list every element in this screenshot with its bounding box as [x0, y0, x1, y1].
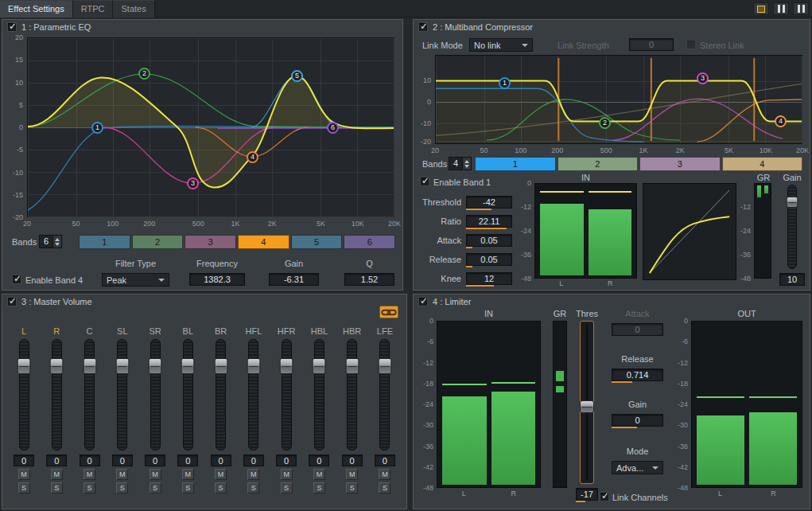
makeup-gain-slider[interactable]	[787, 185, 797, 269]
volume-slider[interactable]	[248, 339, 258, 451]
band-marker-1[interactable]: 1	[499, 77, 511, 89]
band-marker-6[interactable]: 6	[327, 122, 339, 134]
solo-button[interactable]: S	[247, 482, 259, 493]
band-marker-2[interactable]: 2	[138, 68, 150, 80]
slider-handle[interactable]	[378, 358, 391, 374]
band-marker-3[interactable]: 3	[697, 72, 709, 84]
spinner-up-icon[interactable]	[55, 238, 60, 241]
param-field-release[interactable]: 0.05	[466, 253, 512, 266]
slider-handle[interactable]	[787, 197, 798, 208]
window-icon-button[interactable]	[753, 2, 769, 15]
band-button-1[interactable]: 1	[475, 157, 556, 171]
band-marker-5[interactable]: 5	[291, 70, 303, 82]
volume-slider[interactable]	[216, 339, 226, 451]
mute-button[interactable]: M	[182, 469, 194, 480]
link-channels-button[interactable]	[379, 306, 398, 318]
volume-slider[interactable]	[52, 339, 62, 451]
band-marker-4[interactable]: 4	[775, 115, 787, 127]
mute-button[interactable]: M	[51, 469, 63, 480]
slider-handle[interactable]	[247, 358, 260, 374]
slider-handle[interactable]	[313, 358, 326, 374]
attack-field[interactable]: 0	[612, 323, 663, 336]
channel-value-field[interactable]: 0	[177, 454, 198, 466]
compression-transfer-graph[interactable]	[643, 183, 736, 280]
mute-button[interactable]: M	[84, 469, 95, 480]
slider-handle[interactable]	[580, 400, 594, 413]
volume-slider[interactable]	[19, 339, 29, 451]
effect-enable-checkbox[interactable]	[418, 22, 428, 32]
band-button-4[interactable]: 4	[722, 157, 803, 171]
channel-value-field[interactable]: 0	[243, 454, 264, 466]
solo-button[interactable]: S	[346, 482, 358, 493]
threshold-slider[interactable]	[580, 321, 594, 484]
channel-value-field[interactable]: 0	[342, 454, 363, 466]
tab-states[interactable]: States	[113, 0, 154, 18]
q-field[interactable]: 1.52	[344, 273, 394, 286]
slider-handle[interactable]	[149, 358, 162, 374]
band-button-3[interactable]: 3	[185, 235, 236, 249]
mute-button[interactable]: M	[116, 469, 128, 480]
slider-handle[interactable]	[115, 358, 129, 374]
volume-slider[interactable]	[282, 339, 292, 451]
solo-button[interactable]: S	[281, 482, 293, 493]
channel-value-field[interactable]: 0	[112, 454, 133, 466]
param-field-attack[interactable]: 0.05	[466, 234, 512, 247]
channel-value-field[interactable]: 0	[309, 454, 329, 466]
spinner-arrows[interactable]	[462, 158, 471, 170]
mode-dropdown[interactable]: Adva...	[612, 461, 663, 474]
solo-button[interactable]: S	[182, 482, 194, 493]
band-button-1[interactable]: 1	[79, 235, 130, 249]
mute-button[interactable]: M	[313, 469, 325, 480]
volume-slider[interactable]	[183, 339, 193, 451]
mute-button[interactable]: M	[247, 469, 259, 480]
band-button-2[interactable]: 2	[558, 157, 639, 171]
slider-handle[interactable]	[50, 358, 64, 374]
spinner-up-icon[interactable]	[464, 160, 469, 163]
slider-handle[interactable]	[17, 358, 31, 374]
mute-button[interactable]: M	[379, 469, 390, 480]
tab-rtpc[interactable]: RTPC	[73, 0, 114, 18]
volume-slider[interactable]	[150, 339, 161, 451]
volume-slider[interactable]	[314, 339, 324, 451]
channel-value-field[interactable]: 0	[211, 454, 231, 466]
effect-enable-checkbox[interactable]	[418, 297, 428, 306]
mute-button[interactable]: M	[281, 469, 293, 480]
volume-slider[interactable]	[347, 339, 357, 451]
band-button-2[interactable]: 2	[132, 235, 184, 249]
band-marker-4[interactable]: 4	[247, 151, 258, 163]
tab-effect-settings[interactable]: Effect Settings	[0, 0, 73, 18]
spinner-arrows[interactable]	[52, 236, 61, 248]
output-gain-field[interactable]: 0	[612, 414, 663, 427]
volume-slider[interactable]	[84, 339, 95, 451]
slider-handle[interactable]	[83, 358, 96, 374]
link-mode-dropdown[interactable]: No link	[469, 38, 533, 52]
mute-button[interactable]: M	[215, 469, 227, 480]
solo-button[interactable]: S	[313, 482, 325, 493]
volume-slider[interactable]	[379, 339, 390, 451]
makeup-gain-field[interactable]: 10	[779, 273, 805, 286]
band-marker-2[interactable]: 2	[599, 117, 611, 129]
link-strength-field[interactable]: 0	[629, 38, 674, 51]
channel-value-field[interactable]: 0	[14, 454, 34, 466]
param-field-threshold[interactable]: -42	[466, 196, 512, 209]
solo-button[interactable]: S	[18, 482, 30, 493]
link-channels-checkbox[interactable]	[600, 492, 609, 501]
split-icon-button[interactable]	[793, 2, 809, 15]
release-field[interactable]: 0.714	[612, 369, 663, 381]
threshold-value-field[interactable]: -17	[576, 488, 598, 501]
solo-button[interactable]: S	[116, 482, 128, 493]
band-button-6[interactable]: 6	[344, 235, 395, 249]
enable-band-checkbox[interactable]	[420, 177, 429, 186]
channel-value-field[interactable]: 0	[46, 454, 67, 466]
band-button-4[interactable]: 4	[238, 235, 289, 249]
effect-enable-checkbox[interactable]	[7, 22, 17, 32]
volume-slider[interactable]	[117, 339, 127, 451]
mbc-plot-area[interactable]: 1234	[435, 55, 802, 144]
slider-handle[interactable]	[181, 358, 195, 374]
channel-value-field[interactable]: 0	[276, 454, 297, 466]
effect-enable-checkbox[interactable]	[7, 297, 17, 306]
solo-button[interactable]: S	[379, 482, 390, 493]
frequency-field[interactable]: 1382.3	[189, 273, 245, 286]
spinner-down-icon[interactable]	[55, 243, 60, 246]
band-gain-field[interactable]: -6.31	[269, 273, 319, 286]
